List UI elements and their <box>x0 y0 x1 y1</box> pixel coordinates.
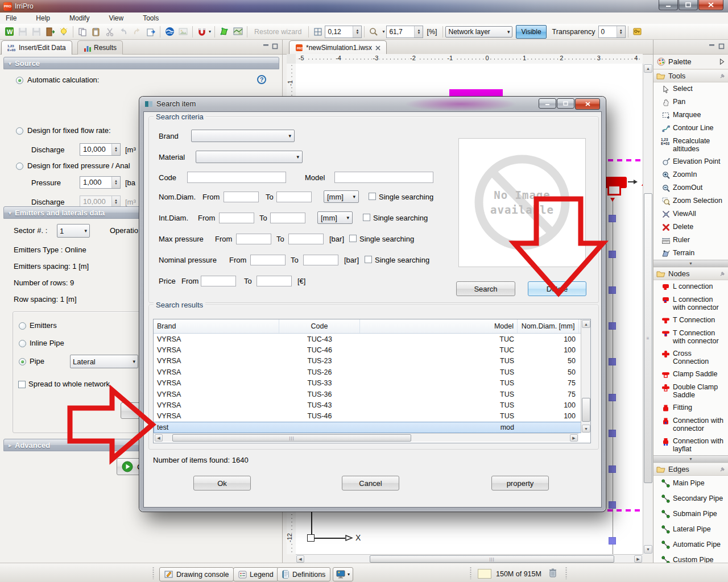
scrollbar-thumb[interactable]: ||| <box>172 434 411 442</box>
import-button[interactable] <box>43 25 57 39</box>
palette-scroll-indicator[interactable]: ▼ <box>653 455 728 463</box>
palette-item[interactable]: Main Pipe <box>653 476 728 491</box>
maximize-button[interactable] <box>679 0 698 10</box>
palette-item[interactable]: Automatic Pipe <box>653 537 728 552</box>
menu-item[interactable]: View <box>103 13 129 23</box>
palette-item[interactable]: Cross Connection <box>653 347 728 368</box>
palette-item[interactable]: Clamp Saddle <box>653 368 728 381</box>
emitter-node[interactable] <box>609 501 616 509</box>
emitter-node[interactable] <box>609 465 616 473</box>
palette-item[interactable]: L connection with connector <box>653 293 728 314</box>
palette-item[interactable]: Terrain <box>653 247 728 260</box>
nom-diam-unit-select[interactable]: [mm]▾ <box>324 190 359 203</box>
int-diam-from-input[interactable] <box>219 213 254 223</box>
palette-item[interactable]: Double Clamp Saddle <box>653 381 728 401</box>
palette-item[interactable]: Contour Line <box>653 122 728 135</box>
panel-maximize-icon[interactable] <box>718 43 725 51</box>
table-row[interactable]: test mod <box>154 422 590 433</box>
emitter-node[interactable] <box>609 430 616 437</box>
palette-item[interactable]: Connection with connector <box>653 414 728 435</box>
table-row[interactable]: VYRSA TUC-43 TUC 100 <box>154 334 590 344</box>
palette-item[interactable]: Elevation Point <box>653 155 728 168</box>
table-horizontal-scrollbar[interactable]: ◀ ||| ▶ <box>154 433 578 442</box>
undo-button[interactable] <box>117 25 130 39</box>
export-image-button[interactable] <box>176 25 190 39</box>
max-pressure-single-checkbox[interactable] <box>349 235 357 242</box>
column-header-code[interactable]: Code <box>279 319 360 333</box>
pipe-type-select[interactable]: Lateral▾ <box>70 355 138 368</box>
panel-minimize-icon[interactable] <box>263 43 270 51</box>
pressure-spinner[interactable]: 1,000▲▼ <box>80 176 121 189</box>
tab-insert-edit-data[interactable]: 1,23E+03 Insert/Edit Data <box>1 40 72 55</box>
menu-item[interactable]: Modify <box>64 13 95 23</box>
nom-diam-single-checkbox[interactable] <box>369 193 376 200</box>
restore-wizard-button[interactable]: Restore wizard <box>250 28 306 36</box>
palette-item[interactable]: Fitting <box>653 401 728 414</box>
magenta-block[interactable] <box>449 89 503 97</box>
background-map-button[interactable] <box>231 25 245 39</box>
column-header-model[interactable]: Model <box>360 319 518 333</box>
palette-group-tools[interactable]: Tools <box>653 69 728 82</box>
pin-icon[interactable] <box>719 73 725 79</box>
tab-close-icon[interactable] <box>375 45 380 51</box>
layer-visible-toggle[interactable]: Visible <box>516 25 546 39</box>
nominal-pressure-to-input[interactable] <box>303 255 338 265</box>
auto-calculation-radio[interactable] <box>16 77 23 84</box>
close-button[interactable] <box>698 0 723 10</box>
cut-button[interactable] <box>103 25 117 39</box>
palette-item[interactable]: Secondary Pipe <box>653 491 728 506</box>
table-row[interactable]: VYRSA TUS-23 TUS 50 <box>154 356 590 367</box>
inline-pipe-radio[interactable] <box>19 340 26 347</box>
zoom-dropdown-arrow[interactable]: ▾ <box>382 29 384 34</box>
emitter-node[interactable] <box>609 251 616 258</box>
scrollbar-thumb[interactable] <box>582 398 590 422</box>
code-input[interactable] <box>187 172 286 183</box>
panel-minimize-icon[interactable] <box>709 43 715 51</box>
spread-network-checkbox[interactable] <box>18 381 26 388</box>
property-button[interactable]: property <box>491 476 549 490</box>
palette-header[interactable]: Palette <box>653 55 728 69</box>
fixed-pressure-radio[interactable] <box>16 163 23 170</box>
emitter-node[interactable] <box>609 394 616 401</box>
palette-item[interactable]: Submain Pipe <box>653 506 728 522</box>
ok-button[interactable]: Ok <box>193 476 251 490</box>
column-header-nom-diam[interactable]: Nom.Diam. [mm] <box>518 319 579 333</box>
emitter-node[interactable] <box>609 537 616 544</box>
minimize-button[interactable] <box>659 0 678 10</box>
column-header-brand[interactable]: Brand <box>154 319 279 333</box>
definitions-button[interactable]: Definitions <box>277 567 330 581</box>
scrollbar-thumb[interactable]: ||| <box>370 555 614 563</box>
grid-button[interactable] <box>311 25 325 39</box>
nominal-pressure-from-input[interactable] <box>250 255 286 265</box>
pipe-radio[interactable] <box>19 358 26 365</box>
material-select[interactable]: ▾ <box>196 151 303 163</box>
garbage-collect-button[interactable] <box>548 568 557 580</box>
palette-item[interactable]: T Connection <box>653 314 728 327</box>
redo-button[interactable] <box>130 25 144 39</box>
palette-item[interactable]: Pan <box>653 95 728 109</box>
palette-scroll-indicator[interactable]: ▼ <box>653 260 728 267</box>
nom-diam-from-input[interactable] <box>224 192 259 202</box>
palette-item[interactable]: Connection with layflat <box>653 435 728 455</box>
palette-item[interactable]: Zoom Selection <box>653 194 728 207</box>
palette-item[interactable]: Select <box>653 82 728 95</box>
scrollbar-thumb[interactable]: ≡ <box>644 193 652 483</box>
int-diam-unit-select[interactable]: [mm]▾ <box>317 211 353 224</box>
new-project-button[interactable]: W <box>2 25 16 39</box>
delete-button[interactable]: Delete <box>528 281 586 296</box>
palette-item[interactable]: 1,23E+03 Recalculate altitudes <box>653 135 728 155</box>
discharge-spinner[interactable]: 10,000▲▼ <box>80 143 121 156</box>
model-input[interactable] <box>334 172 433 183</box>
palette-item[interactable]: Ruler <box>653 234 728 247</box>
area-tool-button[interactable] <box>217 25 231 39</box>
table-row[interactable]: VYRSA TUS-26 TUS 50 <box>154 367 590 377</box>
palette-group-edges[interactable]: Edges <box>653 463 728 476</box>
price-from-input[interactable] <box>201 276 236 286</box>
google-earth-button[interactable] <box>163 25 176 39</box>
nominal-pressure-single-checkbox[interactable] <box>365 256 372 263</box>
save-as-button[interactable] <box>30 25 43 39</box>
brand-select[interactable]: ▾ <box>191 130 295 142</box>
palette-item[interactable]: ZoomOut <box>653 181 728 194</box>
source-section-header[interactable]: ▾ Source <box>3 57 279 69</box>
palette-item[interactable]: Marquee <box>653 109 728 122</box>
